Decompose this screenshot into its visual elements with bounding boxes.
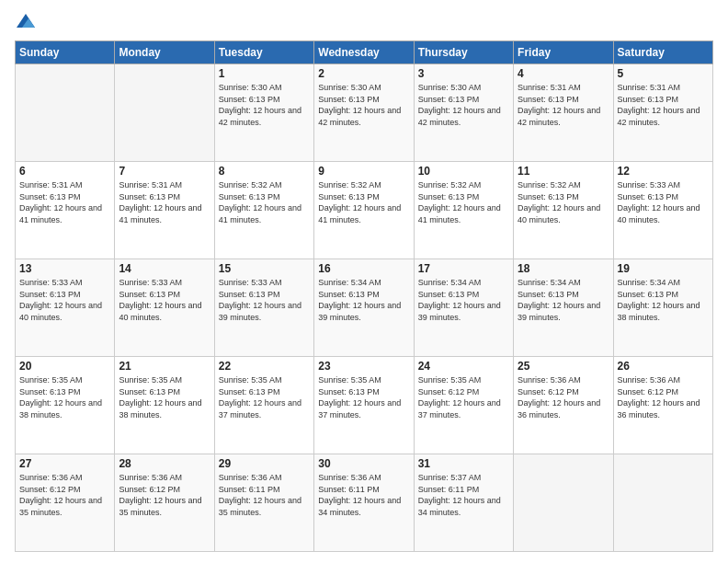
calendar-cell: 4Sunrise: 5:31 AM Sunset: 6:13 PM Daylig… [514,64,613,162]
day-info: Sunrise: 5:34 AM Sunset: 6:13 PM Dayligh… [518,277,609,323]
calendar-cell: 19Sunrise: 5:34 AM Sunset: 6:13 PM Dayli… [613,259,712,357]
page: SundayMondayTuesdayWednesdayThursdayFrid… [0,0,728,563]
calendar-week-row: 27Sunrise: 5:36 AM Sunset: 6:12 PM Dayli… [16,454,713,552]
day-number: 2 [318,67,409,80]
day-info: Sunrise: 5:36 AM Sunset: 6:11 PM Dayligh… [219,472,310,518]
day-info: Sunrise: 5:33 AM Sunset: 6:13 PM Dayligh… [119,277,210,323]
calendar-day-header: Monday [115,41,214,64]
day-info: Sunrise: 5:31 AM Sunset: 6:13 PM Dayligh… [119,179,210,225]
day-info: Sunrise: 5:34 AM Sunset: 6:13 PM Dayligh… [318,277,409,323]
day-info: Sunrise: 5:32 AM Sunset: 6:13 PM Dayligh… [219,179,310,225]
day-number: 4 [518,67,609,80]
day-number: 8 [219,165,310,178]
calendar-cell [16,64,115,162]
day-number: 15 [219,262,310,275]
calendar-day-header: Sunday [16,41,115,64]
calendar-cell: 1Sunrise: 5:30 AM Sunset: 6:13 PM Daylig… [214,64,313,162]
day-info: Sunrise: 5:31 AM Sunset: 6:13 PM Dayligh… [19,179,110,225]
day-number: 22 [219,360,310,373]
day-number: 5 [618,67,709,80]
day-info: Sunrise: 5:35 AM Sunset: 6:13 PM Dayligh… [318,374,409,420]
day-number: 31 [418,457,509,470]
calendar-cell: 2Sunrise: 5:30 AM Sunset: 6:13 PM Daylig… [314,64,414,162]
calendar-cell: 7Sunrise: 5:31 AM Sunset: 6:13 PM Daylig… [115,162,214,259]
calendar-cell [514,454,613,552]
calendar-cell: 14Sunrise: 5:33 AM Sunset: 6:13 PM Dayli… [115,259,214,357]
calendar-cell: 23Sunrise: 5:35 AM Sunset: 6:13 PM Dayli… [314,357,414,454]
day-info: Sunrise: 5:36 AM Sunset: 6:12 PM Dayligh… [618,374,709,420]
day-info: Sunrise: 5:36 AM Sunset: 6:12 PM Dayligh… [518,374,609,420]
calendar-cell: 18Sunrise: 5:34 AM Sunset: 6:13 PM Dayli… [514,259,613,357]
calendar-cell: 10Sunrise: 5:32 AM Sunset: 6:13 PM Dayli… [414,162,513,259]
calendar-week-row: 6Sunrise: 5:31 AM Sunset: 6:13 PM Daylig… [16,162,713,259]
day-number: 11 [518,165,609,178]
calendar-cell: 15Sunrise: 5:33 AM Sunset: 6:13 PM Dayli… [214,259,313,357]
day-number: 24 [418,360,509,373]
calendar-cell: 22Sunrise: 5:35 AM Sunset: 6:13 PM Dayli… [214,357,313,454]
calendar-cell: 6Sunrise: 5:31 AM Sunset: 6:13 PM Daylig… [16,162,115,259]
calendar-cell [613,454,712,552]
day-info: Sunrise: 5:33 AM Sunset: 6:13 PM Dayligh… [219,277,310,323]
day-number: 17 [418,262,509,275]
calendar-cell: 9Sunrise: 5:32 AM Sunset: 6:13 PM Daylig… [314,162,414,259]
calendar-cell: 21Sunrise: 5:35 AM Sunset: 6:13 PM Dayli… [115,357,214,454]
calendar-day-header: Friday [514,41,613,64]
calendar-cell: 30Sunrise: 5:36 AM Sunset: 6:11 PM Dayli… [314,454,414,552]
day-info: Sunrise: 5:33 AM Sunset: 6:13 PM Dayligh… [618,179,709,225]
day-number: 30 [318,457,409,470]
calendar-week-row: 20Sunrise: 5:35 AM Sunset: 6:13 PM Dayli… [16,357,713,454]
day-info: Sunrise: 5:34 AM Sunset: 6:13 PM Dayligh… [418,277,509,323]
day-info: Sunrise: 5:35 AM Sunset: 6:13 PM Dayligh… [19,374,110,420]
day-number: 6 [19,165,110,178]
day-number: 19 [618,262,709,275]
day-number: 20 [19,360,110,373]
calendar-day-header: Thursday [414,41,513,64]
day-info: Sunrise: 5:34 AM Sunset: 6:13 PM Dayligh… [618,277,709,323]
day-info: Sunrise: 5:35 AM Sunset: 6:13 PM Dayligh… [119,374,210,420]
calendar-cell: 26Sunrise: 5:36 AM Sunset: 6:12 PM Dayli… [613,357,712,454]
day-number: 13 [19,262,110,275]
day-number: 7 [119,165,210,178]
calendar-cell: 13Sunrise: 5:33 AM Sunset: 6:13 PM Dayli… [16,259,115,357]
calendar-cell: 8Sunrise: 5:32 AM Sunset: 6:13 PM Daylig… [214,162,313,259]
day-info: Sunrise: 5:30 AM Sunset: 6:13 PM Dayligh… [418,82,509,128]
calendar-week-row: 1Sunrise: 5:30 AM Sunset: 6:13 PM Daylig… [16,64,713,162]
day-info: Sunrise: 5:32 AM Sunset: 6:13 PM Dayligh… [418,179,509,225]
day-number: 21 [119,360,210,373]
calendar-cell: 11Sunrise: 5:32 AM Sunset: 6:13 PM Dayli… [514,162,613,259]
calendar-header-row: SundayMondayTuesdayWednesdayThursdayFrid… [16,41,713,64]
day-number: 18 [518,262,609,275]
calendar-cell [115,64,214,162]
day-info: Sunrise: 5:37 AM Sunset: 6:11 PM Dayligh… [418,472,509,518]
day-info: Sunrise: 5:32 AM Sunset: 6:13 PM Dayligh… [518,179,609,225]
day-info: Sunrise: 5:36 AM Sunset: 6:12 PM Dayligh… [19,472,110,518]
logo [15,11,40,33]
day-number: 10 [418,165,509,178]
calendar-cell: 5Sunrise: 5:31 AM Sunset: 6:13 PM Daylig… [613,64,712,162]
day-number: 9 [318,165,409,178]
calendar-cell: 24Sunrise: 5:35 AM Sunset: 6:12 PM Dayli… [414,357,513,454]
logo-icon [15,11,37,33]
day-info: Sunrise: 5:35 AM Sunset: 6:13 PM Dayligh… [219,374,310,420]
calendar-cell: 3Sunrise: 5:30 AM Sunset: 6:13 PM Daylig… [414,64,513,162]
calendar-week-row: 13Sunrise: 5:33 AM Sunset: 6:13 PM Dayli… [16,259,713,357]
day-number: 28 [119,457,210,470]
day-number: 29 [219,457,310,470]
calendar-cell: 27Sunrise: 5:36 AM Sunset: 6:12 PM Dayli… [16,454,115,552]
calendar-cell: 28Sunrise: 5:36 AM Sunset: 6:12 PM Dayli… [115,454,214,552]
calendar-table: SundayMondayTuesdayWednesdayThursdayFrid… [15,40,713,552]
day-info: Sunrise: 5:31 AM Sunset: 6:13 PM Dayligh… [518,82,609,128]
day-info: Sunrise: 5:30 AM Sunset: 6:13 PM Dayligh… [318,82,409,128]
calendar-cell: 12Sunrise: 5:33 AM Sunset: 6:13 PM Dayli… [613,162,712,259]
day-info: Sunrise: 5:36 AM Sunset: 6:12 PM Dayligh… [119,472,210,518]
day-info: Sunrise: 5:32 AM Sunset: 6:13 PM Dayligh… [318,179,409,225]
day-number: 16 [318,262,409,275]
day-number: 3 [418,67,509,80]
calendar-cell: 16Sunrise: 5:34 AM Sunset: 6:13 PM Dayli… [314,259,414,357]
day-number: 23 [318,360,409,373]
day-number: 1 [219,67,310,80]
calendar-cell: 17Sunrise: 5:34 AM Sunset: 6:13 PM Dayli… [414,259,513,357]
calendar-day-header: Saturday [613,41,712,64]
day-number: 14 [119,262,210,275]
calendar-day-header: Tuesday [214,41,313,64]
